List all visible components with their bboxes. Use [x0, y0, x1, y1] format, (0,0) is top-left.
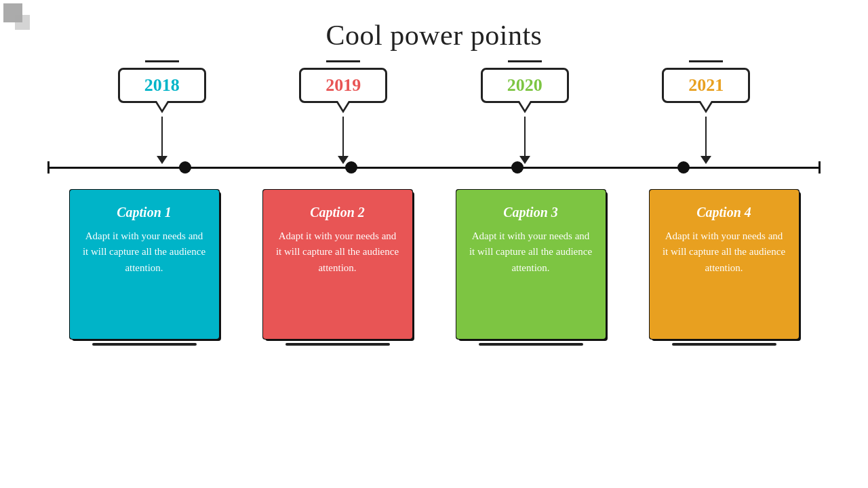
- arrow-down-2: [342, 117, 344, 157]
- card-1: Caption 1 Adapt it with your needs and i…: [70, 190, 219, 339]
- year-label-2019: 2019: [326, 75, 361, 95]
- year-bubble-2018: 2018: [118, 68, 206, 103]
- timeline-column-2: 2019: [269, 68, 418, 157]
- card-3-title: Caption 3: [469, 205, 593, 220]
- year-bubble-2020: 2020: [481, 68, 569, 103]
- timeline-section: 2018 2019 2020 2021: [41, 68, 827, 339]
- card-2-title: Caption 2: [275, 205, 400, 220]
- timeline-line-container: [47, 157, 821, 178]
- timeline-dot-1: [179, 161, 191, 174]
- year-label-2020: 2020: [507, 75, 542, 95]
- decorative-squares: [0, 0, 34, 41]
- arrow-down-1: [161, 117, 163, 157]
- timeline-column-1: 2018: [87, 68, 237, 157]
- card-2: Caption 2 Adapt it with your needs and i…: [263, 190, 412, 339]
- arrow-down-4: [705, 117, 707, 157]
- card-3-body: Adapt it with your needs and it will cap…: [469, 228, 593, 276]
- year-label-2018: 2018: [144, 75, 180, 95]
- deco-square-2: [15, 15, 30, 30]
- card-1-body: Adapt it with your needs and it will cap…: [82, 228, 207, 276]
- card-4-body: Adapt it with your needs and it will cap…: [662, 228, 787, 276]
- timeline-column-4: 2021: [631, 68, 781, 157]
- cards-row: Caption 1 Adapt it with your needs and i…: [41, 190, 827, 339]
- card-1-title: Caption 1: [82, 205, 207, 220]
- page-title: Cool power points: [0, 0, 868, 52]
- bubbles-and-arrows-row: 2018 2019 2020 2021: [41, 68, 827, 157]
- card-4: Caption 4 Adapt it with your needs and i…: [650, 190, 799, 339]
- card-3: Caption 3 Adapt it with your needs and i…: [456, 190, 606, 339]
- arrow-down-3: [524, 117, 526, 157]
- timeline-dot-4: [677, 161, 690, 174]
- year-bubble-2021: 2021: [662, 68, 750, 103]
- timeline-dot-2: [345, 161, 357, 174]
- card-2-body: Adapt it with your needs and it will cap…: [275, 228, 400, 276]
- year-label-2021: 2021: [688, 75, 724, 95]
- card-4-title: Caption 4: [662, 205, 787, 220]
- timeline-column-3: 2020: [450, 68, 599, 157]
- timeline-dots-row: [47, 161, 821, 174]
- timeline-dot-3: [511, 161, 524, 174]
- year-bubble-2019: 2019: [299, 68, 387, 103]
